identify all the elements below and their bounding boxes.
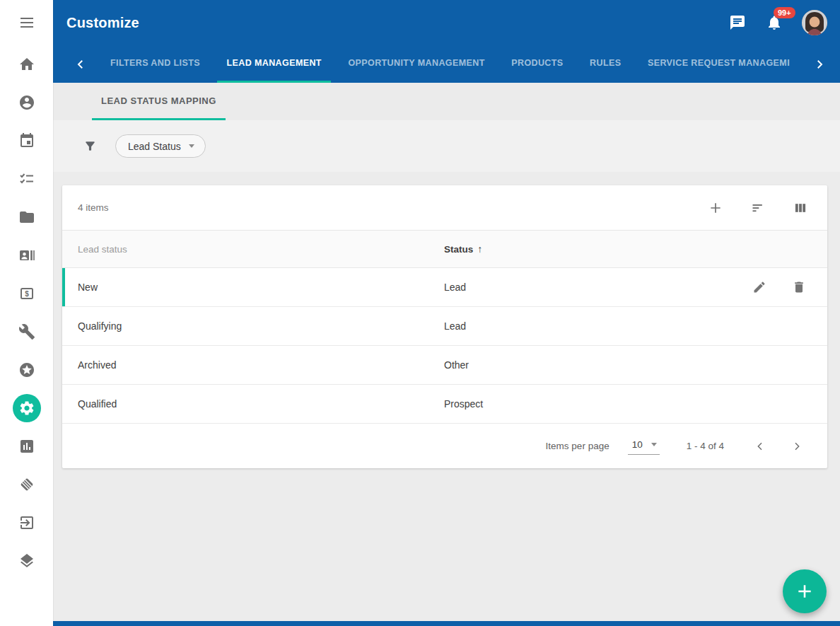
hamburger-menu-icon[interactable] [0,0,53,45]
svg-text:$: $ [25,290,29,298]
star-circle-icon [18,361,35,378]
items-count: 4 items [78,202,708,213]
sidebar-item-deals[interactable] [0,465,53,504]
sidebar-item-star[interactable] [0,351,53,389]
exit-to-app-icon [18,514,35,531]
status-cell: Lead [444,282,734,293]
card-toolbar: 4 items [62,185,827,231]
layers-icon [18,552,35,569]
chevron-left-icon [754,441,766,452]
filter-bar: Lead Status [53,120,840,172]
page-size-select[interactable]: 10 [628,437,660,455]
chat-button[interactable] [728,13,747,32]
sidebar-item-tools[interactable] [0,313,53,351]
folder-icon [18,209,35,226]
notification-badge: 99+ [774,7,795,18]
handshake-icon [18,476,35,493]
page-range-label: 1 - 4 of 4 [687,441,724,451]
bar-chart-icon [18,438,35,455]
filter-icon[interactable] [83,139,97,153]
sidebar-item-tasks[interactable] [0,160,53,198]
sort-ascending-icon: ↑ [477,243,482,255]
chip-label: Lead Status [128,141,181,152]
sort-icon [751,201,765,215]
status-cell: Lead [444,320,734,332]
tabs: FILTERS AND LISTS LEAD MANAGEMENT OPPORT… [101,45,799,83]
chevron-down-icon [189,144,194,148]
sidebar-item-settings[interactable] [0,389,53,427]
tab-opportunity-management[interactable]: OPPORTUNITY MANAGEMENT [339,45,494,83]
lead-status-cell: New [62,282,444,293]
sidebar-item-layers[interactable] [0,542,53,580]
columns-button[interactable] [793,200,808,216]
app-root: $ Customize [0,0,840,626]
bottom-strip [53,621,840,626]
pencil-icon [752,280,766,294]
sidebar-item-exit[interactable] [0,504,53,542]
settings-active-ring [13,394,41,422]
contacts-icon [18,247,35,264]
calendar-icon [18,132,35,149]
tabs-scroll-left-button[interactable] [70,45,91,83]
notifications-button[interactable]: 99+ [765,13,783,32]
wrench-icon [18,323,35,340]
page-size-value: 10 [632,439,643,450]
gear-icon [18,400,35,417]
tabs-scroll-right-button[interactable] [809,45,830,83]
appbar-actions: 99+ [728,10,827,35]
sort-button[interactable] [750,200,766,216]
chevron-left-icon [74,58,87,71]
content-area: 4 items Lead status [53,172,840,626]
page-title: Customize [66,15,728,31]
sidebar-item-home[interactable] [0,45,53,83]
sidebar-item-billing[interactable]: $ [0,274,53,313]
lead-status-cell: Qualified [62,398,444,410]
lead-status-mapping-card: 4 items Lead status [62,185,827,468]
tab-products[interactable]: PRODUCTS [502,45,572,83]
column-header-status[interactable]: Status ↑ [444,243,734,255]
lead-status-filter-chip[interactable]: Lead Status [115,134,206,158]
table-row[interactable]: Qualified Prospect [62,385,827,424]
add-item-button[interactable] [708,200,723,216]
status-cell: Prospect [444,398,734,410]
sidebar-item-reports[interactable] [0,427,53,465]
tab-service-request-management[interactable]: SERVICE REQUEST MANAGEMI [638,45,799,83]
card-tools [708,200,808,216]
tab-filters-and-lists[interactable]: FILTERS AND LISTS [101,45,209,83]
column-header-lead-status[interactable]: Lead status [62,244,444,255]
plus-icon [795,582,814,601]
avatar[interactable] [802,10,827,35]
chevron-right-icon [813,58,826,71]
next-page-button[interactable] [786,436,807,457]
tab-rules[interactable]: RULES [581,45,630,83]
add-fab-button[interactable] [783,569,827,613]
delete-button[interactable] [792,280,806,294]
sidebar-item-person[interactable] [0,83,53,122]
tab-bar: FILTERS AND LISTS LEAD MANAGEMENT OPPORT… [53,45,840,83]
table-header-row: Lead status Status ↑ [62,231,827,268]
lead-status-cell: Qualifying [62,320,444,332]
trash-icon [792,280,806,294]
column-header-status-label: Status [444,244,473,255]
table-row[interactable]: New Lead [62,268,827,307]
subtab-lead-status-mapping[interactable]: LEAD STATUS MAPPING [92,83,226,120]
tasks-icon [18,170,35,187]
row-actions [734,280,827,294]
subtab-bar: LEAD STATUS MAPPING [53,83,840,120]
sidebar: $ [0,0,53,626]
plus-icon [708,201,723,215]
table-row[interactable]: Archived Other [62,346,827,385]
edit-button[interactable] [752,280,766,294]
sidebar-item-contacts[interactable] [0,236,53,274]
chevron-down-icon [651,443,657,446]
previous-page-button[interactable] [749,436,771,457]
person-icon [18,94,35,111]
tab-lead-management[interactable]: LEAD MANAGEMENT [217,45,330,83]
sidebar-item-calendar[interactable] [0,122,53,160]
lead-status-cell: Archived [62,359,444,371]
columns-icon [793,201,807,215]
table-row[interactable]: Qualifying Lead [62,307,827,346]
app-bar: Customize 99+ [53,0,840,45]
billing-icon: $ [18,285,35,302]
sidebar-item-folder[interactable] [0,198,53,236]
